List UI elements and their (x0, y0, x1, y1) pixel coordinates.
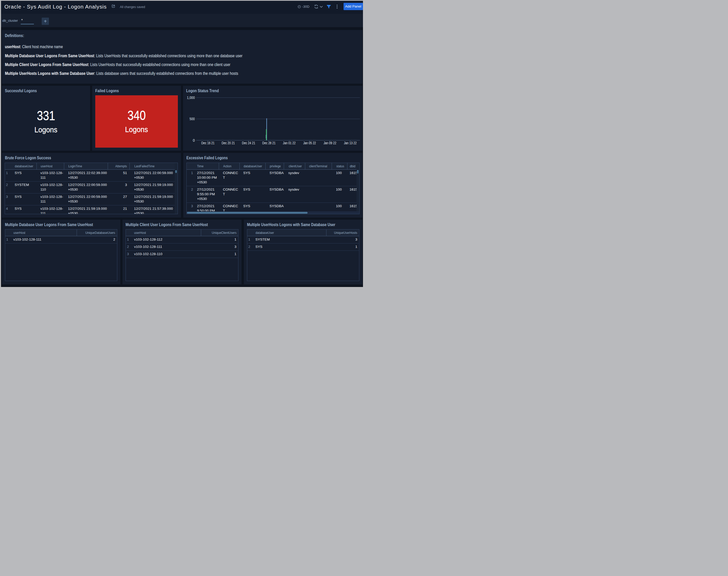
column-header[interactable]: Action (219, 163, 240, 169)
chevron-icon (320, 6, 323, 8)
column-header[interactable]: databaseUser (253, 229, 326, 236)
share-icon[interactable] (112, 4, 116, 9)
table-cell: 12/27/2021 21:59:19.000 +0530 (129, 181, 175, 193)
column-header[interactable]: privilege (265, 163, 284, 169)
table-cell: v103-102-128-111 (36, 194, 64, 205)
add-filter-button[interactable]: + (42, 18, 49, 25)
header-bar: Oracle - Sys Audit Log - Logon Analysis … (1, 1, 363, 14)
table-cell: 100 (332, 186, 347, 203)
column-header-label: userHost (134, 231, 146, 235)
table-cell: 12/27/2021 22:00:59.000 +0530 (64, 194, 108, 205)
vertical-scrollbar-thumb[interactable] (357, 170, 359, 174)
table-cell: 3 (201, 243, 238, 251)
table-cell: SYSTEM (253, 236, 326, 243)
row-number: 2 (187, 186, 195, 203)
stat-body: 331 Logons (2, 93, 90, 151)
row-number: 2 (5, 181, 13, 193)
panel-failed-logons: Failed Logons 340 Logons (92, 86, 181, 151)
time-range-button[interactable]: -30D (298, 1, 309, 12)
svg-text:Jan 01 22: Jan 01 22 (283, 141, 296, 145)
panel-multi-db-user: Multiple Database User Logons From Same … (2, 220, 121, 284)
column-header[interactable]: userHost (36, 163, 64, 169)
table-cell: sysdev (284, 170, 305, 186)
brute-force-table: databaseUseruserHostLoginTimeAttemptsLas… (5, 163, 178, 214)
table-cell: SYS (253, 243, 326, 251)
definition-line: Multiple Database User Logons From Same … (5, 53, 302, 59)
table-cell: 12/27/2021 21:57:39.000 +0530 (129, 205, 175, 214)
filter-value-input[interactable] (21, 19, 34, 24)
table-cell: 12/27/2021 21:59:19.000 +0530 (64, 205, 108, 214)
table-cell: 3 (326, 236, 360, 243)
table-cell: 51 (108, 170, 129, 181)
svg-text:0: 0 (193, 138, 195, 142)
definition-line: Multiple UserHosts Logons with Same Data… (5, 71, 297, 76)
refresh-button[interactable] (314, 1, 318, 12)
panel-title: Successful Logons (5, 88, 45, 93)
row-number: 1 (126, 236, 132, 243)
panel-definitions: Definitions: userHost: Client host machi… (2, 30, 363, 84)
multi-client-user-table: userHostUniqueClientUsers1v103-102-128-1… (126, 229, 238, 281)
column-header[interactable]: databaseUser (240, 163, 265, 169)
column-header[interactable]: LoginTime (64, 163, 108, 169)
vertical-scrollbar-thumb[interactable] (175, 170, 177, 173)
column-header-rownum[interactable] (5, 229, 11, 236)
kebab-menu-icon[interactable] (337, 1, 338, 12)
table-cell: sysdev (284, 186, 305, 203)
table-row: 3v103-102-128-1101 (126, 251, 238, 258)
table-header-row: userHostUniqueClientUsers (126, 229, 238, 236)
dashboard-title: Oracle - Sys Audit Log - Logon Analysis (4, 1, 107, 12)
panel-title: Brute Force Logon Success (5, 155, 63, 161)
column-header[interactable]: Time (195, 163, 219, 169)
share-arrow-icon (112, 4, 116, 8)
column-header[interactable]: LastFailedTime (129, 163, 175, 169)
column-header[interactable]: status (332, 163, 347, 169)
table-cell (305, 170, 332, 186)
table-row: 1v103-102-128-1121 (126, 236, 238, 243)
column-header[interactable]: dbid (347, 163, 357, 169)
svg-text:Dec 28 21: Dec 28 21 (262, 141, 275, 145)
column-header[interactable]: userHost (132, 229, 201, 236)
table-row: 3SYSv103-102-128-11112/27/2021 22:00:59.… (5, 194, 178, 205)
column-header-rownum[interactable] (247, 229, 253, 236)
table-cell: 16155 (347, 186, 357, 203)
column-header[interactable]: clientUser (284, 163, 305, 169)
column-header-rownum[interactable] (187, 163, 195, 169)
panel-logon-status-trend: Logon Status Trend 05001,000Dec 16 21Dec… (183, 86, 362, 151)
column-header[interactable]: Attempts (108, 163, 129, 169)
column-header[interactable]: UniqueDatabaseUsers (77, 229, 118, 236)
column-header-label: LastFailedTime (134, 164, 155, 168)
panel-title: Multiple Client User Logons From Same Us… (126, 222, 230, 227)
chevron-down-icon[interactable] (320, 1, 323, 12)
table-cell: 27/12/2021 9:55:00 PM +0530 (195, 186, 219, 203)
column-header[interactable]: clientTerminal (305, 163, 332, 169)
column-header-rownum[interactable] (5, 163, 13, 169)
horizontal-scrollbar-thumb[interactable] (187, 212, 308, 214)
column-header-label: UniqueDatabaseUsers (85, 231, 115, 235)
failed-alert-box: 340 Logons (95, 95, 178, 148)
excessive-failed-table: TimeActiondatabaseUserprivilegeclientUse… (186, 163, 360, 214)
table-cell: SYS (13, 170, 36, 181)
table-row: 2SYS1 (247, 243, 359, 251)
refresh-icon (314, 4, 318, 9)
panel-multi-userhosts: Multiple UserHosts Logons with Same Data… (244, 220, 363, 284)
column-header-label: privilege (270, 164, 281, 168)
table-cell: 21 (108, 205, 129, 214)
column-header[interactable]: UniqueUserHosts (326, 229, 360, 236)
table-cell: 12/27/2021 22:00:59.000 +0530 (129, 170, 175, 181)
add-panel-button[interactable]: Add Panel (343, 3, 363, 10)
table-cell: v103-102-128-110 (132, 251, 201, 258)
row-number: 1 (187, 170, 195, 186)
panel-title: Excessive Failed Logons (186, 155, 239, 161)
row-number: 1 (247, 236, 253, 243)
funnel-icon (327, 5, 331, 9)
table-cell: v103-102-128-111 (11, 236, 77, 243)
column-header[interactable]: UniqueClientUsers (201, 229, 238, 236)
column-header-label: databaseUser (255, 231, 274, 235)
column-header[interactable]: userHost (11, 229, 77, 236)
trend-chart: 05001,000Dec 16 21Dec 20 21Dec 24 21Dec … (183, 86, 362, 151)
column-header[interactable]: databaseUser (13, 163, 36, 169)
column-header-rownum[interactable] (126, 229, 132, 236)
column-header-label: Action (223, 164, 232, 168)
filter-funnel-icon[interactable] (327, 1, 331, 12)
row-number: 1 (5, 170, 13, 181)
